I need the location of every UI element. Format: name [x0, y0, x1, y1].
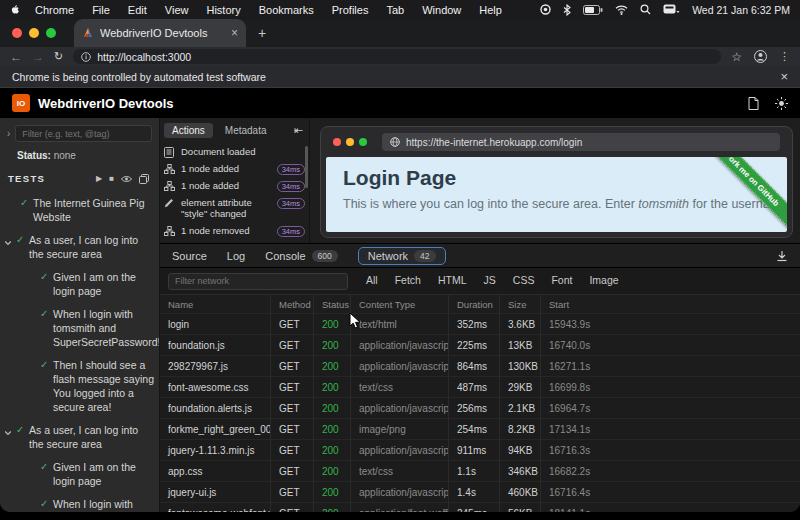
- tab-metadata[interactable]: Metadata: [217, 123, 275, 138]
- action-event-row[interactable]: url 298ms: [164, 239, 305, 243]
- actions-scrollbar[interactable]: [305, 146, 308, 188]
- apple-logo-icon[interactable]: [10, 4, 21, 15]
- col-start[interactable]: Start: [541, 295, 800, 313]
- chevron-down-icon[interactable]: [4, 233, 16, 250]
- download-icon[interactable]: [776, 250, 788, 262]
- col-content-type[interactable]: Content Type: [351, 295, 449, 313]
- network-filter-input[interactable]: [168, 273, 348, 290]
- col-name[interactable]: Name: [160, 295, 271, 313]
- action-event-row[interactable]: 1 node added 34ms: [164, 160, 305, 177]
- network-request-row[interactable]: forkme_right_green_0072... GET 200 image…: [160, 419, 800, 440]
- menu-item[interactable]: Chrome: [35, 4, 74, 16]
- menu-item[interactable]: History: [206, 4, 240, 16]
- network-request-row[interactable]: foundation.js GET 200 application/javasc…: [160, 335, 800, 356]
- action-event-row[interactable]: element attribute "style" changed 34ms: [164, 194, 305, 222]
- request-size: 2.1KB: [500, 398, 541, 418]
- col-method[interactable]: Method: [271, 295, 314, 313]
- run-tests-icon[interactable]: ▶: [96, 175, 102, 183]
- sidebar-collapse-icon[interactable]: ›: [7, 128, 10, 139]
- network-request-row[interactable]: app.css GET 200 text/css 1.1s 346KB 1668…: [160, 461, 800, 482]
- tab-log[interactable]: Log: [227, 250, 245, 262]
- menu-item[interactable]: Profiles: [332, 4, 369, 16]
- request-content-type: application/javascript: [351, 440, 449, 460]
- window-controls: [12, 28, 56, 38]
- col-status[interactable]: Status: [314, 295, 351, 313]
- bookmark-star-icon[interactable]: ☆: [731, 50, 742, 64]
- tab-network[interactable]: Network42: [358, 247, 446, 265]
- action-event-row[interactable]: 1 node removed 34ms: [164, 222, 305, 239]
- request-status: 200: [314, 314, 351, 334]
- input-source-icon[interactable]: [663, 4, 680, 15]
- test-tree-item[interactable]: ✓ When I login with tomsmith and SuperSe…: [0, 307, 155, 349]
- menu-item[interactable]: View: [165, 4, 189, 16]
- menu-item[interactable]: Tab: [386, 4, 404, 16]
- chrome-window: WebdriverIO Devtools × + ← → ↻ http://lo…: [0, 19, 800, 512]
- theme-toggle-sun-icon[interactable]: [775, 97, 788, 110]
- tab-source[interactable]: Source: [172, 250, 207, 262]
- screen-record-icon[interactable]: [540, 4, 551, 15]
- menu-item[interactable]: Window: [422, 4, 461, 16]
- request-type-tab[interactable]: HTML: [438, 274, 467, 289]
- request-type-tab[interactable]: Font: [551, 274, 572, 289]
- menu-item[interactable]: Edit: [128, 4, 147, 16]
- tab-console[interactable]: Console600: [265, 250, 338, 262]
- battery-icon[interactable]: [583, 5, 603, 15]
- menubar-clock[interactable]: Wed 21 Jan 6:32 PM: [692, 4, 790, 16]
- new-tab-button[interactable]: +: [258, 25, 266, 41]
- request-type-tab[interactable]: JS: [484, 274, 496, 289]
- menu-item[interactable]: File: [92, 4, 110, 16]
- test-tree-item[interactable]: ✓ Given I am on the login page: [0, 270, 155, 298]
- network-request-row[interactable]: fontawesome-webfont.wof... GET 200 appli…: [160, 503, 800, 512]
- request-duration: 245ms: [449, 503, 500, 512]
- forward-button[interactable]: →: [32, 51, 44, 63]
- request-type-tab[interactable]: Image: [589, 274, 618, 289]
- menu-item[interactable]: Help: [479, 4, 502, 16]
- network-request-row[interactable]: font-awesome.css GET 200 text/css 487ms …: [160, 377, 800, 398]
- chrome-menu-icon[interactable]: ⋮: [779, 50, 790, 63]
- network-request-row[interactable]: jquery-ui.js GET 200 application/javascr…: [160, 482, 800, 503]
- profile-avatar-icon[interactable]: [754, 50, 767, 63]
- spotlight-search-icon[interactable]: [640, 4, 651, 15]
- event-duration-badge: 34ms: [277, 181, 305, 192]
- site-info-icon[interactable]: [81, 52, 91, 62]
- wifi-icon[interactable]: [615, 5, 628, 15]
- network-request-row[interactable]: foundation.alerts.js GET 200 application…: [160, 398, 800, 419]
- bluetooth-icon[interactable]: [563, 4, 571, 16]
- network-request-row[interactable]: login GET 200 text/html 352ms 3.6KB 1594…: [160, 314, 800, 335]
- copy-tests-icon[interactable]: [139, 174, 149, 184]
- zoom-window-button[interactable]: [46, 28, 56, 38]
- request-type-tab[interactable]: CSS: [513, 274, 535, 289]
- tab-close-icon[interactable]: ×: [231, 26, 238, 40]
- action-event-row[interactable]: Document loaded: [164, 143, 305, 160]
- tab-actions[interactable]: Actions: [164, 123, 213, 138]
- request-name: app.css: [160, 461, 271, 481]
- request-type-tab[interactable]: Fetch: [395, 274, 421, 289]
- action-event-row[interactable]: 1 node added 34ms: [164, 177, 305, 194]
- test-tree-item[interactable]: ✓ The Internet Guinea Pig Website: [0, 196, 155, 224]
- browser-tab[interactable]: WebdriverIO Devtools ×: [74, 19, 246, 47]
- request-type-tab[interactable]: All: [366, 274, 378, 289]
- test-tree-item[interactable]: ✓ Then I should see a flash message sayi…: [0, 358, 155, 414]
- network-request-row[interactable]: jquery-1.11.3.min.js GET 200 application…: [160, 440, 800, 461]
- back-button[interactable]: ←: [10, 51, 22, 63]
- test-tree-item[interactable]: ✓ When I login with foobar and barfoo: [0, 497, 155, 512]
- collapse-panel-icon[interactable]: ⇤: [294, 124, 305, 137]
- stop-tests-icon[interactable]: ■: [109, 175, 114, 183]
- network-request-row[interactable]: 298279967.js GET 200 application/javascr…: [160, 356, 800, 377]
- event-type-icon: [164, 242, 176, 244]
- test-tree-item[interactable]: ✓ As a user, I can log into the secure a…: [0, 423, 155, 451]
- reload-button[interactable]: ↻: [54, 51, 63, 62]
- test-tree-item[interactable]: ✓ Given I am on the login page: [0, 460, 155, 488]
- minimize-window-button[interactable]: [29, 28, 39, 38]
- col-duration[interactable]: Duration: [449, 295, 500, 313]
- col-size[interactable]: Size: [500, 295, 541, 313]
- address-bar[interactable]: http://localhost:3000: [73, 49, 721, 64]
- watch-tests-eye-icon[interactable]: [121, 175, 132, 183]
- report-file-icon[interactable]: [748, 97, 759, 110]
- tests-filter-input[interactable]: [15, 125, 152, 142]
- chevron-down-icon[interactable]: [4, 423, 16, 440]
- banner-close-icon[interactable]: ×: [780, 69, 788, 84]
- menu-item[interactable]: Bookmarks: [259, 4, 314, 16]
- test-tree-item[interactable]: ✓ As a user, I can log into the secure a…: [0, 233, 155, 261]
- close-window-button[interactable]: [12, 28, 22, 38]
